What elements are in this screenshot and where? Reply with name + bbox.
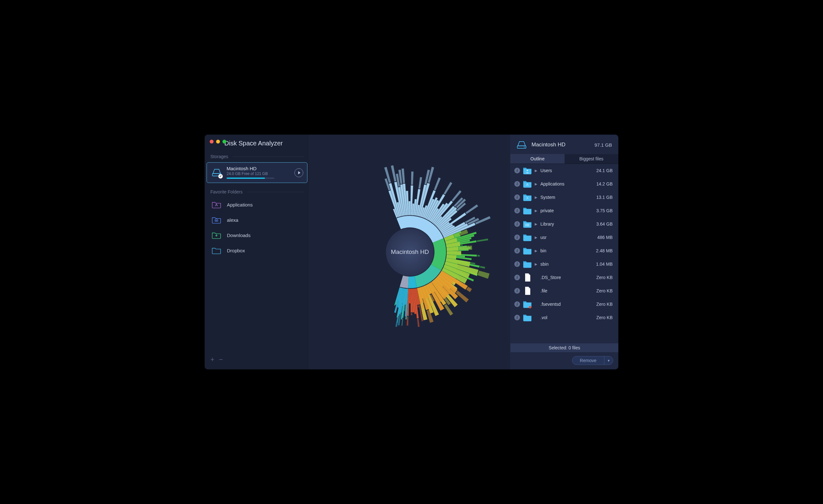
- file-name: sbin: [540, 262, 594, 267]
- info-icon[interactable]: i: [514, 288, 520, 294]
- folder-icon: [523, 313, 532, 322]
- favorite-item-downloads[interactable]: Downloads: [205, 227, 309, 243]
- folder-icon: [523, 166, 532, 175]
- chevron-right-icon[interactable]: ▶: [535, 209, 538, 213]
- outline-row[interactable]: i▶usr486 MB: [510, 231, 618, 244]
- tab-outline[interactable]: Outline: [510, 154, 564, 164]
- outline-row[interactable]: iX▶System13.1 GB: [510, 191, 618, 204]
- info-icon[interactable]: i: [514, 168, 520, 173]
- file-size: Zero KB: [597, 302, 613, 307]
- outline-row[interactable]: i▶bin2.48 MB: [510, 244, 618, 258]
- details-tabs: Outline Biggest files: [510, 154, 618, 164]
- folder-icon: [523, 206, 532, 215]
- storage-text: Macintosh HD 24.0 GB Free of 121 GB: [226, 166, 274, 179]
- info-icon[interactable]: i: [514, 221, 520, 227]
- info-icon[interactable]: i: [514, 181, 520, 187]
- details-panel: Macintosh HD 97.1 GB Outline Biggest fil…: [510, 135, 618, 369]
- svg-point-5: [524, 147, 524, 147]
- storage-card[interactable]: ✓ Macintosh HD 24.0 GB Free of 121 GB: [206, 162, 307, 183]
- file-size: 1.04 MB: [596, 262, 613, 267]
- folder-icon: [212, 246, 221, 255]
- add-favorite-button[interactable]: +: [210, 355, 214, 364]
- chevron-right-icon[interactable]: ▶: [535, 222, 538, 226]
- outline-row[interactable]: i▶Library3.64 GB: [510, 217, 618, 231]
- outline-row[interactable]: i▶Users24.1 GB: [510, 164, 618, 177]
- chevron-right-icon[interactable]: ▶: [535, 195, 538, 199]
- info-icon[interactable]: i: [514, 208, 520, 213]
- chevron-right-icon[interactable]: ▶: [535, 249, 538, 253]
- file-name: Users: [540, 168, 594, 173]
- chevron-right-icon[interactable]: ▶: [535, 235, 538, 239]
- file-name: System: [540, 195, 594, 200]
- info-icon[interactable]: i: [514, 301, 520, 307]
- info-icon[interactable]: i: [514, 315, 520, 320]
- folder-icon: [523, 260, 532, 268]
- close-window-icon[interactable]: [210, 140, 213, 144]
- folder-icon: [523, 246, 532, 255]
- outline-row[interactable]: i▶sbin1.04 MB: [510, 258, 618, 271]
- file-name: bin: [540, 248, 594, 253]
- folder-icon: [212, 231, 221, 239]
- folder-icon: [212, 200, 221, 209]
- info-icon[interactable]: i: [514, 248, 520, 254]
- storages-heading: Storages: [205, 152, 309, 162]
- outline-row[interactable]: i.fseventsdZero KB: [510, 298, 618, 311]
- outline-row[interactable]: iA▶Applications14.2 GB: [510, 177, 618, 191]
- remove-dropdown-icon[interactable]: ▼: [604, 356, 613, 365]
- file-name: .fseventsd: [540, 302, 594, 307]
- svg-rect-9: [526, 224, 526, 226]
- remove-button[interactable]: Remove ▼: [572, 356, 613, 365]
- outline-row[interactable]: i.DS_StoreZero KB: [510, 271, 618, 284]
- outline-list: i▶Users24.1 GBiA▶Applications14.2 GBiX▶S…: [510, 164, 618, 343]
- folder-icon: [212, 216, 221, 224]
- folder-icon: [523, 233, 532, 241]
- favorite-label: alexa: [227, 217, 238, 223]
- storage-name: Macintosh HD: [226, 166, 274, 171]
- info-icon[interactable]: i: [514, 261, 520, 267]
- svg-point-6: [527, 170, 528, 171]
- favorite-item-alexa[interactable]: alexa: [205, 212, 309, 227]
- remove-button-label: Remove: [572, 356, 604, 365]
- zoom-window-icon[interactable]: [222, 140, 226, 144]
- rescan-button[interactable]: [294, 168, 303, 177]
- chevron-right-icon[interactable]: ▶: [535, 182, 538, 186]
- file-size: 486 MB: [597, 235, 613, 240]
- svg-text:A: A: [526, 183, 529, 186]
- outline-row[interactable]: i.volZero KB: [510, 311, 618, 324]
- info-icon[interactable]: i: [514, 275, 520, 280]
- info-icon[interactable]: i: [514, 194, 520, 200]
- svg-point-12: [529, 306, 531, 308]
- file-name: Library: [540, 221, 594, 226]
- favorite-item-applications[interactable]: Applications: [205, 197, 309, 212]
- check-badge-icon: ✓: [218, 174, 223, 178]
- svg-rect-10: [527, 224, 528, 226]
- storage-usage-bar: [226, 178, 274, 179]
- file-name: .file: [540, 288, 594, 293]
- sidebar: Disk Space Analyzer Storages ✓ Macintosh…: [205, 135, 310, 369]
- favorite-label: Downloads: [227, 232, 251, 238]
- file-size: 14.2 GB: [597, 181, 613, 186]
- folder-icon: A: [523, 180, 532, 188]
- storage-free: 24.0 GB Free of 121 GB: [226, 171, 274, 176]
- remove-favorite-button[interactable]: −: [219, 355, 223, 364]
- details-header: Macintosh HD 97.1 GB: [510, 135, 618, 154]
- file-size: Zero KB: [597, 315, 613, 320]
- file-icon: [523, 273, 532, 282]
- folder-icon: [523, 220, 532, 228]
- sidebar-footer: + −: [205, 353, 309, 367]
- outline-row[interactable]: i.fileZero KB: [510, 284, 618, 298]
- sunburst-chart[interactable]: Macintosh HD: [310, 135, 510, 369]
- file-icon: [523, 287, 532, 295]
- chevron-right-icon[interactable]: ▶: [535, 262, 538, 266]
- favorite-label: Dropbox: [227, 248, 245, 253]
- chevron-right-icon[interactable]: ▶: [535, 169, 538, 173]
- favorite-item-dropbox[interactable]: Dropbox: [205, 243, 309, 258]
- favorites-heading: Favorite Folders: [205, 187, 309, 197]
- outline-row[interactable]: i▶private3.75 GB: [510, 204, 618, 217]
- info-icon[interactable]: i: [514, 234, 520, 240]
- folder-icon: X: [523, 193, 532, 201]
- file-size: Zero KB: [597, 288, 613, 293]
- favorite-folders-list: ApplicationsalexaDownloadsDropbox: [205, 197, 309, 258]
- minimize-window-icon[interactable]: [216, 140, 220, 144]
- tab-biggest[interactable]: Biggest files: [564, 154, 619, 164]
